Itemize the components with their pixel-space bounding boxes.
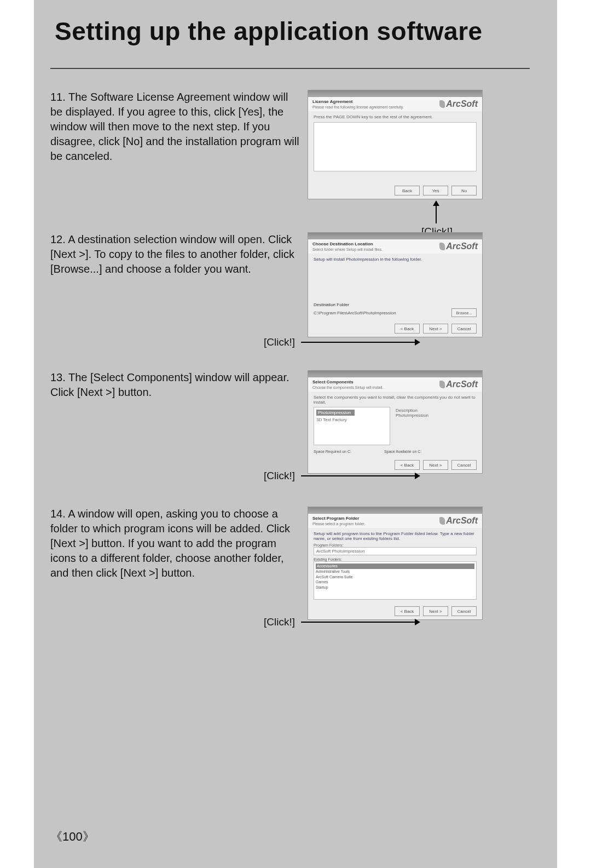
- dialog-body: Select the components you want to instal…: [308, 392, 482, 457]
- dialog-subtitle: Select folder where Setup will install f…: [312, 248, 383, 251]
- step-text: 13. The [Select Components] window will …: [50, 370, 308, 400]
- step-13: 13. The [Select Components] window will …: [50, 370, 530, 474]
- components-dialog: Select Components Choose the components …: [308, 370, 483, 474]
- space-required: Space Required on C:: [314, 450, 351, 453]
- dialog-buttons: < Back Next > Cancel: [308, 603, 482, 619]
- folder-item[interactable]: ArcSoft Camera Suite: [316, 574, 474, 580]
- destination-dialog: Choose Destination Location Select folde…: [308, 232, 483, 337]
- body-line: Setup will install PhotoImpression in th…: [314, 257, 477, 262]
- step-body: The Software License Agreement window wi…: [50, 91, 299, 162]
- step-12: 12. A destination selection window will …: [50, 232, 530, 337]
- cancel-button[interactable]: Cancel: [451, 606, 477, 616]
- existing-folders-list[interactable]: Accessories Administrative Tools ArcSoft…: [314, 561, 477, 600]
- step-body: A destination selection window will open…: [50, 233, 294, 275]
- back-button[interactable]: Back: [395, 186, 420, 196]
- dialog-title: License Agreement: [312, 99, 404, 104]
- space-stats: Space Required on C: Space Available on …: [314, 450, 477, 453]
- folder-label: Destination Folder: [314, 302, 477, 307]
- step-body: A window will open, asking you to choose…: [50, 508, 290, 579]
- page-title: Setting up the application software: [50, 16, 530, 46]
- dialog-header: Choose Destination Location Select folde…: [308, 239, 482, 254]
- step-visual: Choose Destination Location Select folde…: [308, 232, 515, 337]
- step-number: 12.: [50, 233, 66, 245]
- dialog-buttons: < Back Next > Cancel: [308, 320, 482, 337]
- program-folder-input[interactable]: ArcSoft PhotoImpression: [314, 547, 477, 555]
- title-underline: [50, 68, 530, 69]
- arrow-up-icon: [436, 205, 437, 223]
- cancel-button[interactable]: Cancel: [451, 324, 477, 334]
- folder-item[interactable]: Administrative Tools: [316, 569, 474, 574]
- step-visual: Select Components Choose the components …: [308, 370, 515, 474]
- dialog-title: Select Program Folder: [312, 516, 366, 521]
- arcsoft-logo: ArcSoft: [439, 99, 478, 109]
- desc-text: PhotoImpression: [396, 413, 461, 418]
- dialog-titlebar: [308, 371, 482, 377]
- dialog-buttons: < Back Next > Cancel: [308, 457, 482, 473]
- space-available: Space Available on C:: [384, 450, 421, 453]
- arrow-right-icon: [301, 342, 419, 343]
- back-button[interactable]: < Back: [395, 606, 420, 616]
- arcsoft-logo: ArcSoft: [439, 242, 478, 251]
- step-visual: Select Program Folder Please select a pr…: [308, 507, 515, 620]
- dialog-titlebar: [308, 507, 482, 514]
- click-label: [Click!]: [264, 616, 295, 628]
- step-body: The [Select Components] window will appe…: [50, 371, 289, 398]
- license-dialog: License Agreement Please read the follow…: [308, 90, 483, 199]
- program-folder-dialog: Select Program Folder Please select a pr…: [308, 507, 483, 620]
- dialog-header: Select Components Choose the components …: [308, 377, 482, 392]
- license-textbox: [314, 122, 477, 171]
- step-11: 11. The Software License Agreement windo…: [50, 90, 530, 199]
- component-item[interactable]: PhotoImpression: [316, 410, 355, 416]
- body-line: Select the components you want to instal…: [314, 395, 477, 405]
- dialog-titlebar: [308, 233, 482, 239]
- dialog-buttons: Back Yes No: [308, 182, 482, 199]
- step-text: 12. A destination selection window will …: [50, 232, 308, 277]
- arrow-right-icon: [301, 622, 419, 623]
- dialog-subtitle: Please read the following license agreem…: [312, 105, 404, 109]
- step-visual: License Agreement Please read the follow…: [308, 90, 515, 199]
- yes-button[interactable]: Yes: [423, 186, 448, 196]
- no-button[interactable]: No: [451, 186, 477, 196]
- arcsoft-logo: ArcSoft: [439, 380, 478, 389]
- desc-label: Description: [396, 408, 461, 413]
- next-button[interactable]: Next >: [423, 324, 448, 334]
- folder-path: C:\Program Files\ArcSoft\PhotoImpression: [314, 311, 396, 315]
- step-number: 14.: [50, 508, 66, 520]
- next-button[interactable]: Next >: [423, 606, 448, 616]
- next-button[interactable]: Next >: [423, 460, 448, 470]
- folder-item[interactable]: Accessories: [316, 564, 474, 569]
- folder-item[interactable]: Startup: [316, 585, 474, 590]
- components-list[interactable]: PhotoImpression 3D Text Factory: [314, 407, 390, 445]
- cancel-button[interactable]: Cancel: [451, 460, 477, 470]
- click-label: [Click!]: [264, 336, 295, 348]
- arrow-right-icon: [301, 475, 419, 476]
- back-button[interactable]: < Back: [395, 324, 420, 334]
- existing-label: Existing Folders:: [314, 557, 477, 561]
- dialog-subtitle: Choose the components Setup will install…: [312, 386, 384, 389]
- dialog-title: Choose Destination Location: [312, 242, 383, 246]
- arcsoft-logo: ArcSoft: [439, 516, 478, 526]
- step-text: 11. The Software License Agreement windo…: [50, 90, 308, 164]
- browse-button[interactable]: Browse...: [451, 308, 477, 317]
- back-button[interactable]: < Back: [395, 460, 420, 470]
- dialog-titlebar: [308, 90, 482, 97]
- body-hint: Press the PAGE DOWN key to see the rest …: [314, 114, 477, 120]
- body-line: Setup will add program icons to the Prog…: [314, 531, 477, 541]
- dialog-body: Press the PAGE DOWN key to see the rest …: [308, 111, 482, 182]
- dialog-subtitle: Please select a program folder.: [312, 522, 366, 526]
- page-number: 100: [50, 829, 95, 845]
- dialog-title: Select Components: [312, 380, 384, 384]
- component-item[interactable]: 3D Text Factory: [316, 417, 387, 422]
- dialog-header: Select Program Folder Please select a pr…: [308, 514, 482, 528]
- dialog-header: License Agreement Please read the follow…: [308, 97, 482, 111]
- dialog-body: Setup will add program icons to the Prog…: [308, 528, 482, 603]
- click-label: [Click!]: [264, 470, 295, 482]
- dialog-body: Setup will install PhotoImpression in th…: [308, 254, 482, 320]
- step-14: 14. A window will open, asking you to ch…: [50, 507, 530, 620]
- program-folder-label: Program Folders:: [314, 543, 477, 547]
- folder-item[interactable]: Games: [316, 579, 474, 585]
- step-number: 13.: [50, 371, 66, 383]
- step-number: 11.: [50, 91, 66, 103]
- description-panel: Description PhotoImpression: [396, 407, 461, 445]
- step-text: 14. A window will open, asking you to ch…: [50, 507, 308, 580]
